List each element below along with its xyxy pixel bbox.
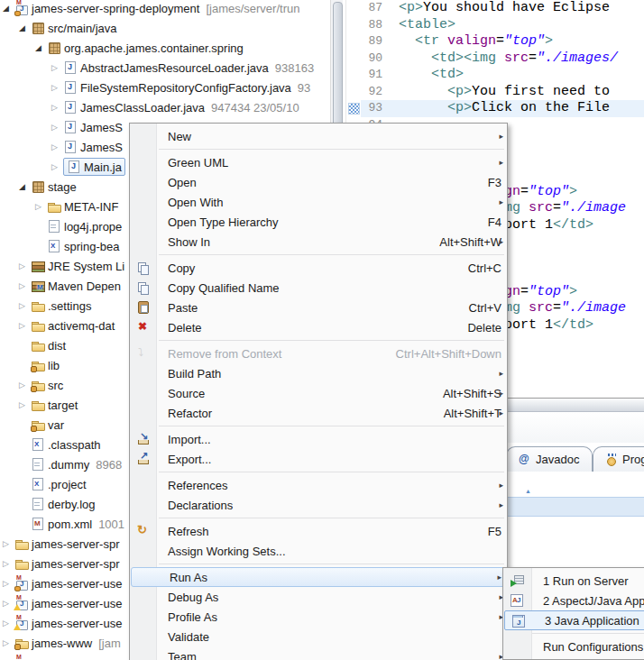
sort-ascending-icon[interactable]: ▲: [525, 488, 531, 494]
aspectj-application-icon: AJ: [510, 593, 524, 608]
collapsed-arrow-icon[interactable]: ▷: [51, 137, 63, 157]
tree-item-label: JamesS: [80, 141, 123, 154]
menu-item-copy-qualified-name[interactable]: Copy Qualified Name: [130, 278, 507, 298]
expanded-arrow-icon[interactable]: ◢: [19, 177, 31, 197]
menu-item-export[interactable]: ↗Export...: [130, 449, 507, 469]
collapsed-arrow-icon[interactable]: ▷: [51, 58, 63, 78]
menu-item-run-as[interactable]: Run As▸: [131, 567, 506, 587]
menu-item-1-run-on-server[interactable]: 1 Run on Server: [503, 571, 644, 591]
submenu-arrow-icon: ▸: [499, 237, 503, 246]
tree-item-decoration: 1001: [98, 518, 124, 531]
tab-javadoc[interactable]: Javadoc: [506, 446, 593, 472]
menu-shortcut: Alt+Shift+S: [425, 387, 501, 400]
tree-item-label: Maven Depen: [48, 280, 121, 293]
menu-item-team[interactable]: Team▸: [130, 646, 507, 660]
menu-item-validate[interactable]: Validate: [130, 627, 507, 646]
code-line[interactable]: 92 <p>You first need to: [346, 84, 644, 101]
tree-item-label: pom.xml: [48, 518, 92, 531]
code-line[interactable]: 91 <td>: [346, 67, 644, 84]
menu-item-label: Open Type Hierarchy: [168, 215, 279, 229]
menu-item-label: 3 Java Application: [545, 614, 639, 628]
line-number: 90: [361, 50, 388, 68]
menu-item-paste[interactable]: PasteCtrl+V: [130, 298, 507, 317]
code-line[interactable]: 90 <td><img src="./images/: [346, 50, 644, 68]
collapsed-arrow-icon[interactable]: ▷: [19, 375, 31, 395]
tree-item-decoration: 93: [298, 81, 310, 95]
menu-item-show-in[interactable]: Show InAlt+Shift+W▸: [130, 232, 507, 252]
collapsed-arrow-icon[interactable]: ▷: [3, 633, 14, 653]
collapsed-arrow-icon[interactable]: ▷: [19, 316, 31, 335]
menu-item-open-with[interactable]: Open With▸: [130, 192, 507, 212]
menu-item-open[interactable]: OpenF3: [130, 172, 507, 192]
menu-shortcut: F5: [470, 525, 501, 538]
expanded-arrow-icon[interactable]: ◢: [19, 18, 31, 38]
menu-item-assign-working-sets[interactable]: Assign Working Sets...: [130, 541, 507, 561]
menu-item-build-path[interactable]: Build Path▸: [130, 363, 507, 383]
tree-item-label: stage: [48, 180, 77, 194]
menu-item-3-java-application[interactable]: J3 Java Application: [504, 610, 644, 630]
collapsed-arrow-icon[interactable]: ▷: [51, 157, 63, 177]
tree-selection: JMain.ja: [63, 158, 125, 176]
menu-item-source[interactable]: SourceAlt+Shift+S▸: [130, 383, 507, 403]
tree-item[interactable]: ◢org.apache.james.container.spring: [0, 38, 343, 58]
java-file-icon: J: [63, 120, 78, 134]
menu-item-copy[interactable]: CopyCtrl+C: [130, 258, 507, 278]
menu-item-delete[interactable]: ✖DeleteDelete: [130, 317, 507, 337]
menu-shortcut: Ctrl+V: [451, 301, 501, 315]
menu-item-open-type-hierarchy[interactable]: Open Type HierarchyF4: [130, 212, 507, 232]
menu-shortcut: Ctrl+Alt+Shift+Down: [378, 347, 501, 361]
code-line[interactable]: 87 <p>You should have Eclipse: [346, 0, 644, 17]
menu-item-debug-as[interactable]: Debug As▸: [130, 587, 507, 607]
tree-item[interactable]: ▷JFileSystemRepositoryConfigFactory.java…: [0, 78, 343, 97]
expanded-arrow-icon[interactable]: ◢: [35, 38, 47, 58]
collapsed-arrow-icon[interactable]: ▷: [19, 256, 31, 276]
menu-item-declarations[interactable]: Declarations▸: [130, 495, 507, 515]
collapsed-arrow-icon[interactable]: ▷: [3, 534, 14, 554]
collapsed-arrow-icon[interactable]: ▷: [3, 554, 14, 573]
tree-item[interactable]: ◢src/main/java: [0, 18, 343, 38]
menu-item-refactor[interactable]: RefactorAlt+Shift+T▸: [130, 403, 507, 423]
expanded-arrow-icon[interactable]: ◢: [3, 0, 14, 18]
collapsed-arrow-icon[interactable]: ▷: [3, 573, 14, 593]
tree-item-label: log4j.prope: [64, 220, 122, 234]
menu-item-label: New: [168, 130, 191, 143]
menu-item-2-aspectj-java-appli[interactable]: AJ2 AspectJ/Java Appli: [503, 591, 644, 610]
menu-item-green-uml[interactable]: Green UML▸: [130, 152, 507, 172]
menu-item-remove-from-context[interactable]: ⤵Remove from ContextCtrl+Alt+Shift+Down: [130, 344, 507, 363]
menu-item-label: Run Configurations...: [543, 640, 644, 654]
menu-item-refresh[interactable]: ↻RefreshF5: [130, 521, 507, 541]
menu-item-import[interactable]: ↘Import...: [130, 429, 507, 449]
collapsed-arrow-icon[interactable]: ▷: [51, 78, 63, 97]
menu-item-label: Run As: [170, 571, 207, 584]
collapsed-arrow-icon[interactable]: ▷: [19, 296, 31, 316]
tree-item[interactable]: ▷JJamesClassLoader.java947434 23/05/10: [0, 97, 343, 117]
code-text: <table>: [388, 17, 644, 34]
menu-item-references[interactable]: References▸: [130, 475, 507, 495]
menu-item-run-configurations[interactable]: Run Configurations...: [503, 637, 644, 656]
collapsed-arrow-icon[interactable]: ▷: [51, 117, 63, 137]
menu-item-profile-as[interactable]: Profile As▸: [130, 607, 507, 627]
eclipse-workbench: { "colors":{"selection_blue":"#84a7d4","…: [0, 0, 644, 660]
code-line[interactable]: 88 <table>: [346, 17, 644, 34]
code-text: <p>You first need to: [388, 84, 644, 101]
menu-item-label: Paste: [168, 301, 198, 315]
menu-item-label: Import...: [168, 433, 211, 446]
menu-item-new[interactable]: New▸: [130, 126, 507, 146]
menu-separator: [130, 252, 507, 258]
collapsed-arrow-icon[interactable]: ▷: [51, 97, 63, 117]
tree-item[interactable]: ◢JMjames-server-spring-deployment[james/…: [0, 0, 333, 18]
collapsed-arrow-icon[interactable]: ▷: [19, 395, 31, 415]
code-line[interactable]: 89 <tr valign="top">: [346, 33, 644, 50]
code-line[interactable]: 93 <p>Click on the File: [346, 100, 644, 117]
menu-separator: [503, 630, 644, 637]
line-number: 92: [361, 84, 388, 101]
tab-progress[interactable]: Progre: [593, 446, 644, 472]
export-icon: ↗: [136, 452, 151, 466]
delete-icon: ✖: [136, 320, 151, 335]
collapsed-arrow-icon[interactable]: ▷: [35, 197, 47, 216]
menu-item-label: Assign Working Sets...: [168, 545, 286, 558]
collapsed-arrow-icon[interactable]: ▷: [19, 276, 31, 296]
run-on-server-icon: [510, 573, 524, 588]
tree-item[interactable]: ▷JAbstractJamesResourceLoader.java938163: [0, 58, 343, 78]
refresh-icon: ↻: [136, 524, 151, 538]
